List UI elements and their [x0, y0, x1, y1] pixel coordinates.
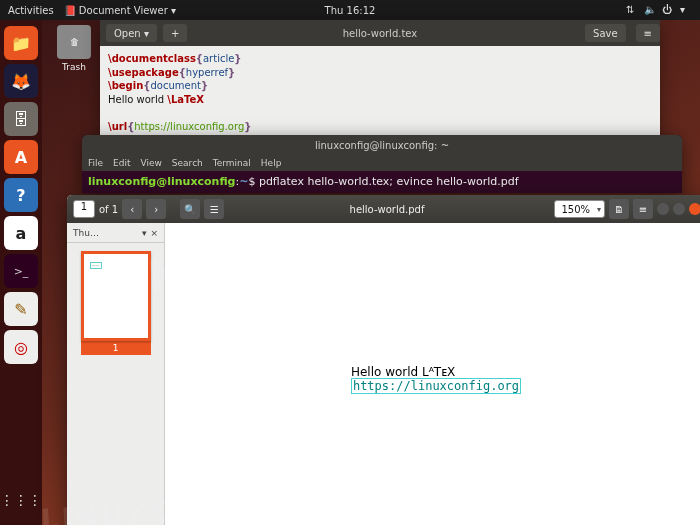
window-controls: [657, 203, 700, 215]
chevron-down-icon: ▾: [142, 228, 147, 238]
gedit-headerbar: Open ▾ + hello-world.tex Save ≡: [100, 20, 660, 46]
menu-view[interactable]: View: [141, 158, 162, 168]
terminal-title: linuxconfig@linuxconfig: ~: [315, 140, 449, 151]
page-number-input[interactable]: 1: [73, 200, 95, 218]
evince-document-view[interactable]: Hello world LᴬTᴇX https://linuxconfig.or…: [165, 223, 700, 525]
trash-icon[interactable]: 🗑 Trash: [57, 25, 91, 72]
pdf-content: Hello world LᴬTᴇX https://linuxconfig.or…: [351, 365, 521, 394]
sidebar-icon: ☰: [210, 204, 219, 215]
trash-bin-icon: 🗑: [57, 25, 91, 59]
pdf-text-line: Hello world LᴬTᴇX: [351, 365, 521, 379]
next-page-button[interactable]: ›: [146, 199, 166, 219]
dock-app-files[interactable]: 📁: [4, 26, 38, 60]
evince-headerbar: 1 of 1 ‹ › 🔍 ☰ hello-world.pdf 150% 🗎 ≡: [67, 195, 700, 223]
activities-button[interactable]: Activities: [8, 5, 54, 16]
gedit-save-button[interactable]: Save: [585, 24, 626, 42]
menu-help[interactable]: Help: [261, 158, 282, 168]
gnome-top-bar: Activities 📕 Document Viewer ▾ Thu 16:12…: [0, 0, 700, 20]
page-thumbnail[interactable]: —— 1: [81, 251, 151, 355]
chevron-down-icon: ▾: [680, 4, 692, 16]
dock: 📁 🦊 🗄 A ? a >_ ✎ ◎ ⋮⋮⋮: [0, 20, 42, 525]
pdf-hyperlink[interactable]: https://linuxconfig.org: [351, 378, 521, 394]
speaker-icon: 🔈: [644, 4, 656, 16]
dock-app-gedit[interactable]: ✎: [4, 292, 38, 326]
terminal-menubar: File Edit View Search Terminal Help: [82, 155, 682, 171]
prev-page-button[interactable]: ‹: [122, 199, 142, 219]
prompt-user: linuxconfig@linuxconfig: [88, 175, 235, 188]
clock[interactable]: Thu 16:12: [325, 5, 376, 16]
terminal-titlebar: linuxconfig@linuxconfig: ~: [82, 135, 682, 155]
app-menu-button[interactable]: 📕 Document Viewer ▾: [64, 5, 176, 16]
annotate-button[interactable]: 🗎: [609, 199, 629, 219]
terminal-window[interactable]: linuxconfig@linuxconfig: ~ File Edit Vie…: [82, 135, 682, 193]
dock-app-archive[interactable]: 🗄: [4, 102, 38, 136]
evince-window[interactable]: 1 of 1 ‹ › 🔍 ☰ hello-world.pdf 150% 🗎 ≡: [67, 195, 700, 525]
menu-file[interactable]: File: [88, 158, 103, 168]
dock-app-firefox[interactable]: 🦊: [4, 64, 38, 98]
search-icon: 🔍: [184, 204, 196, 215]
menu-search[interactable]: Search: [172, 158, 203, 168]
gedit-new-tab-button[interactable]: +: [163, 24, 187, 42]
power-icon: ⏻: [662, 4, 674, 16]
menu-edit[interactable]: Edit: [113, 158, 130, 168]
terminal-command: pdflatex hello-world.tex; evince hello-w…: [259, 175, 519, 188]
close-button[interactable]: [689, 203, 700, 215]
dock-app-amazon[interactable]: a: [4, 216, 38, 250]
note-icon: 🗎: [614, 204, 624, 215]
show-applications-button[interactable]: ⋮⋮⋮: [4, 483, 38, 517]
sidebar-toggle-button[interactable]: ☰: [204, 199, 224, 219]
minimize-button[interactable]: [657, 203, 669, 215]
evince-sidebar: Thu… ▾ × —— 1: [67, 223, 165, 525]
sidebar-close-button[interactable]: ×: [150, 228, 158, 238]
network-icon: ⇅: [626, 4, 638, 16]
chevron-left-icon: ‹: [130, 204, 134, 215]
sidebar-mode-select[interactable]: Thu…: [73, 228, 99, 238]
desktop: 🗑 Trash Open ▾ + hello-world.tex Save ≡ …: [42, 20, 700, 525]
menu-icon: ≡: [639, 204, 647, 215]
dock-app-software[interactable]: A: [4, 140, 38, 174]
dock-app-terminal[interactable]: >_: [4, 254, 38, 288]
find-button[interactable]: 🔍: [180, 199, 200, 219]
chevron-right-icon: ›: [154, 204, 158, 215]
system-indicators[interactable]: ⇅ 🔈 ⏻ ▾: [626, 4, 692, 16]
dock-app-evince[interactable]: ◎: [4, 330, 38, 364]
dock-app-help[interactable]: ?: [4, 178, 38, 212]
maximize-button[interactable]: [673, 203, 685, 215]
zoom-select[interactable]: 150%: [554, 200, 605, 218]
gedit-open-button[interactable]: Open ▾: [106, 24, 157, 42]
thumbnail-caption: 1: [81, 341, 151, 355]
trash-label: Trash: [57, 62, 91, 72]
gedit-hamburger-button[interactable]: ≡: [636, 24, 660, 42]
evince-hamburger-button[interactable]: ≡: [633, 199, 653, 219]
terminal-body[interactable]: linuxconfig@linuxconfig:~$ pdflatex hell…: [82, 171, 682, 193]
thumbnail-page-1: ——: [81, 251, 151, 341]
evince-title: hello-world.pdf: [350, 204, 425, 215]
page-count-label: of 1: [99, 204, 118, 215]
gedit-window[interactable]: Open ▾ + hello-world.tex Save ≡ \documen…: [100, 20, 660, 153]
gedit-title: hello-world.tex: [343, 28, 418, 39]
menu-terminal[interactable]: Terminal: [213, 158, 251, 168]
